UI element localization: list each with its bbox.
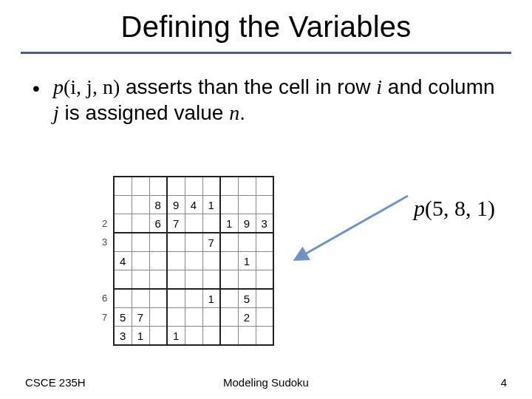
col-header	[220, 163, 238, 177]
sudoku-cell	[167, 289, 185, 308]
slide: Defining the Variables • p(i, j, n) asse…	[0, 0, 532, 399]
sudoku-cell	[220, 289, 238, 308]
footer-center: Modeling Sudoku	[25, 376, 507, 389]
sudoku-cell	[132, 214, 149, 233]
sudoku-cell	[149, 327, 167, 346]
row-header: 3	[96, 233, 114, 252]
sudoku-cell: 8	[149, 196, 167, 214]
sudoku-cell	[149, 252, 167, 270]
col-header	[149, 163, 167, 177]
sudoku-cell	[185, 327, 202, 346]
sudoku-cell: 2	[238, 308, 256, 327]
bullet-dot: •	[33, 74, 53, 126]
sudoku-cell	[132, 270, 149, 290]
sudoku-cell: 1	[167, 327, 185, 346]
sudoku-cell	[256, 308, 273, 327]
sudoku-cell	[132, 196, 149, 214]
sudoku-cell	[238, 177, 256, 196]
sudoku-cell	[256, 233, 273, 252]
sudoku-cell: 7	[167, 214, 185, 233]
sudoku-cell	[149, 308, 167, 327]
svg-line-0	[297, 196, 408, 259]
sudoku-cell: 5	[238, 289, 256, 308]
col-header	[202, 163, 220, 177]
title-underline	[21, 52, 511, 54]
sudoku-cell	[202, 270, 220, 290]
sudoku-cell	[220, 327, 238, 346]
sudoku-cell	[185, 289, 202, 308]
sudoku-cell	[220, 233, 238, 252]
row-header: 2	[96, 214, 114, 233]
figure: 894126719337416157572311 p(5, 8, 1)	[96, 163, 436, 340]
sudoku-cell	[256, 327, 273, 346]
sudoku-cell	[202, 308, 220, 327]
sudoku-cell	[167, 252, 185, 270]
sudoku-cell	[185, 177, 202, 196]
sudoku-cell	[220, 270, 238, 290]
sudoku-cell	[185, 233, 202, 252]
sudoku-cell	[202, 214, 220, 233]
body-text: • p(i, j, n) asserts than the cell in ro…	[33, 74, 499, 126]
sudoku-cell	[256, 270, 273, 290]
sudoku-cell	[149, 177, 167, 196]
sudoku-cell	[114, 233, 132, 252]
sudoku-cell	[114, 196, 132, 214]
sudoku-cell	[220, 196, 238, 214]
sudoku-cell	[256, 196, 273, 214]
sudoku-cell	[149, 270, 167, 290]
row-header: 7	[96, 308, 114, 327]
sudoku-cell: 1	[220, 214, 238, 233]
sudoku-cell: 3	[256, 214, 273, 233]
col-header	[114, 163, 132, 177]
slide-title: Defining the Variables	[0, 10, 532, 44]
sudoku-cell: 3	[114, 327, 132, 346]
sudoku-cell	[220, 177, 238, 196]
math-p-ijn: p(i, j, n)	[53, 75, 120, 98]
sudoku-cell: 9	[238, 214, 256, 233]
sudoku-cell	[167, 233, 185, 252]
sudoku-cell	[114, 270, 132, 290]
sudoku-cell: 6	[149, 214, 167, 233]
sudoku-cell	[256, 289, 273, 308]
sudoku-cell	[202, 252, 220, 270]
sudoku-cell: 4	[114, 252, 132, 270]
row-header	[96, 252, 114, 270]
sudoku-cell	[185, 308, 202, 327]
col-header	[185, 163, 202, 177]
sudoku-cell	[149, 289, 167, 308]
sudoku-cell	[185, 214, 202, 233]
sudoku-cell: 5	[114, 308, 132, 327]
arrow-icon	[290, 192, 415, 281]
row-header: 6	[96, 289, 114, 308]
sudoku-board: 894126719337416157572311	[96, 163, 273, 340]
row-header	[96, 270, 114, 290]
bullet-text-3: is assigned value	[59, 101, 229, 124]
sudoku-cell	[238, 196, 256, 214]
sudoku-cell	[238, 270, 256, 290]
bullet-content: p(i, j, n) asserts than the cell in row …	[53, 74, 499, 126]
sudoku-cell: 1	[202, 289, 220, 308]
sudoku-cell	[256, 177, 273, 196]
row-header	[96, 327, 114, 346]
bullet-text-4: .	[239, 101, 245, 124]
row-header	[96, 196, 114, 214]
col-header	[238, 163, 256, 177]
col-header	[256, 163, 273, 177]
sudoku-cell: 9	[167, 196, 185, 214]
sudoku-cell	[238, 233, 256, 252]
row-header	[96, 177, 114, 196]
footer: CSCE 235H Modeling Sudoku 4	[25, 376, 507, 389]
col-header	[167, 163, 185, 177]
col-header	[132, 163, 149, 177]
sudoku-cell	[202, 177, 220, 196]
sudoku-grid: 894126719337416157572311	[96, 163, 274, 346]
bullet-text-1: asserts than the cell in row	[120, 75, 376, 98]
sudoku-cell: 4	[185, 196, 202, 214]
sudoku-cell	[167, 308, 185, 327]
sudoku-cell	[185, 270, 202, 290]
sudoku-cell	[132, 177, 149, 196]
sudoku-cell	[114, 289, 132, 308]
sudoku-cell	[220, 252, 238, 270]
sudoku-cell	[114, 177, 132, 196]
sudoku-cell: 7	[132, 308, 149, 327]
